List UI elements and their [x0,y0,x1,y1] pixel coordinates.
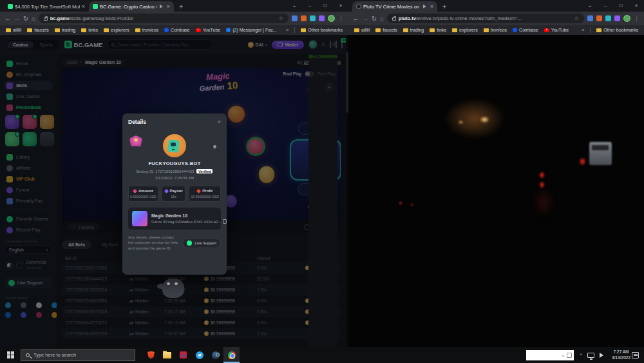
extension-icon[interactable] [614,15,620,21]
steam-icon [212,351,220,359]
bookmark-item[interactable]: YouTube [544,28,569,32]
copy-icon[interactable] [223,219,227,224]
minimize-button[interactable]: – [598,0,613,12]
maximize-button[interactable]: □ [317,0,333,12]
bookmark-item[interactable]: allllll [354,28,370,32]
browser-menu-icon[interactable]: ⋮ [338,15,344,22]
bookmark-item[interactable]: tron/eos [135,28,158,32]
bookmark-item[interactable]: tron/eos [484,28,507,32]
tab-pluto-tv[interactable]: Pluto TV Crime Movies on Pl × [352,1,437,12]
bookmark-star-icon[interactable]: ☆ [279,15,283,21]
address-bar[interactable]: pluto.tv/en/live-tv/pluto-tv-crime-movie… [387,14,584,23]
bookmark-item[interactable]: bnks [430,28,446,32]
bookmark-icon [27,28,32,32]
reload-button[interactable]: ↻ [23,15,28,22]
profile-avatar[interactable] [623,15,630,22]
new-tab-button[interactable]: + [442,1,446,12]
network-icon[interactable] [587,353,594,358]
tab-title: Pluto TV Crime Movies on Pl [363,4,420,10]
taskbar-search-input[interactable]: Type here to search [21,349,135,361]
new-tab-button[interactable]: + [179,1,183,12]
camper-trailer [589,142,612,165]
tab-close-icon[interactable]: × [167,3,170,10]
tab-audio-icon[interactable] [423,5,428,8]
bcgame-favicon [8,4,13,9]
extension-icon[interactable] [301,15,307,21]
window-controls: ⌄ – □ × [287,0,348,12]
forward-button[interactable]: → [363,15,369,22]
forward-button[interactable]: → [14,15,21,22]
extension-icon[interactable] [310,15,316,21]
bookmark-item[interactable]: faucets [27,28,49,32]
home-button[interactable]: ⌂ [380,15,384,22]
start-button[interactable] [0,347,21,363]
taskbar-app-telegram[interactable] [191,347,207,363]
tab-search-icon[interactable]: ⌄ [582,0,598,12]
dim-light [458,120,464,124]
tray-language-box[interactable]: ⌄ [526,350,574,360]
vip-badge-icon [129,135,142,146]
tab-close-icon[interactable]: × [82,3,85,10]
search-placeholder: Type here to search [33,352,76,358]
show-hidden-icons[interactable]: ^ [580,352,582,358]
back-button[interactable]: ← [5,15,11,22]
bookmark-item[interactable]: trading [55,28,75,32]
back-button[interactable]: ← [353,15,359,22]
reload-button[interactable]: ↻ [372,15,377,22]
bookmark-item[interactable]: trading [403,28,424,32]
taskbar-app-file-explorer[interactable] [159,347,175,363]
bookmarks-overflow-icon[interactable]: » [286,28,289,32]
address-bar[interactable]: bc.game/slots-game/sag:Slots:Fruit10/ ☆ [39,14,289,23]
other-bookmarks[interactable]: Other bookmarks [596,28,638,32]
pluto-video-player[interactable] [348,35,644,347]
volume-icon[interactable] [600,353,606,358]
system-clock[interactable]: 7:27 AM3/13/2022 [612,349,630,361]
stat-icon [133,188,137,193]
tab-close-icon[interactable]: × [430,3,433,10]
browser-menu-icon[interactable]: ⋮ [634,15,639,22]
bookmark-icon [135,28,140,32]
bookmark-item[interactable]: faucets [375,28,397,32]
bookmark-item[interactable]: (2) Messenger | Fac... [226,28,276,32]
window-controls: ⌄ – □ × [582,0,644,12]
bookmark-item[interactable]: bnks [81,28,98,32]
close-icon[interactable]: × [218,119,221,125]
extension-icon[interactable] [319,15,325,21]
tab-smartsoft-promo[interactable]: $4,000 Top Tier SmartSoft Multip × [4,1,89,12]
tab-audio-icon[interactable] [160,5,165,8]
tab-bcgame-active[interactable]: BC.Game: Crypto Casino Ga × [89,1,174,12]
pin-icon[interactable] [213,144,218,150]
home-button[interactable]: ⌂ [32,15,35,22]
close-button[interactable]: × [333,0,348,12]
extension-icon[interactable] [587,15,593,21]
bookmark-item[interactable]: allllll [6,28,21,32]
bookmark-item[interactable]: explorers [104,28,129,32]
extension-icon[interactable] [605,15,611,21]
bookmark-star-icon[interactable]: ☆ [574,15,579,21]
game-thumbnail [132,211,147,226]
other-bookmarks[interactable]: Other bookmarks [301,28,343,32]
taskbar-app-adobe[interactable] [175,347,191,363]
game-info-card[interactable]: Magic Garden 10 Game ID:sag-020da8ee-57d… [128,208,221,230]
close-button[interactable]: × [629,0,644,12]
tab-search-icon[interactable]: ⌄ [287,0,302,12]
folder-icon [163,352,171,358]
taskbar-app-steam[interactable] [207,347,223,363]
profile-avatar[interactable] [328,15,335,22]
minimize-button[interactable]: – [302,0,317,12]
bookmarks-overflow-icon[interactable]: » [582,28,584,32]
bookmark-item[interactable]: Coinbase [513,28,538,32]
taskbar-app-chrome[interactable] [223,347,240,363]
bookmark-item[interactable]: explorers [452,28,478,32]
bookmark-item[interactable]: Coinbase [164,28,190,32]
chevron-down-icon[interactable]: ⌄ [561,353,565,358]
maximize-button[interactable]: □ [613,0,629,12]
live-support-button[interactable]: Live Support [182,238,221,248]
player-avatar[interactable] [163,134,186,157]
action-center-icon[interactable] [632,352,639,358]
game-id: Game ID:sag-020da8ee-57d1-441b-a2... [151,220,221,224]
extension-icon[interactable] [292,15,298,21]
bookmark-item[interactable]: YouTube [196,28,221,32]
taskbar-app-brave[interactable] [143,347,159,363]
extension-icon[interactable] [596,15,602,21]
